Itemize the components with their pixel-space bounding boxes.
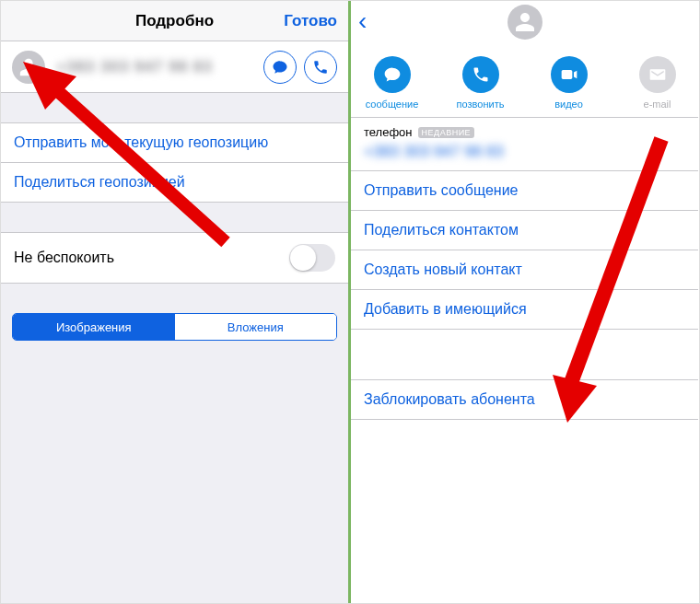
action-video-label: видео	[554, 99, 583, 110]
contact-number: +383 303 947 98 83	[56, 58, 213, 76]
action-video[interactable]: видео	[537, 56, 601, 110]
action-email-label: e-mail	[644, 99, 671, 110]
add-existing-row[interactable]: Добавить в имеющийся	[351, 290, 698, 330]
avatar-icon	[12, 51, 45, 84]
contact-avatar-icon	[508, 5, 542, 40]
call-button[interactable]	[304, 51, 337, 84]
done-button[interactable]: Готово	[284, 12, 337, 30]
action-call-label: позвонить	[457, 99, 505, 110]
action-call[interactable]: позвонить	[449, 56, 513, 110]
right-header: ‹	[351, 1, 698, 41]
action-message[interactable]: сообщение	[360, 56, 425, 110]
segment-attachments[interactable]: Вложения	[175, 314, 337, 340]
dnd-label: Не беспокоить	[14, 250, 114, 266]
details-title: Подробно	[135, 12, 214, 30]
back-button[interactable]: ‹	[358, 8, 367, 34]
contact-row[interactable]: +383 303 947 98 83	[1, 41, 348, 93]
recent-badge: НЕДАВНИЕ	[418, 127, 475, 138]
send-location-row[interactable]: Отправить мою текущую геопозицию	[1, 122, 348, 163]
new-contact-row[interactable]: Создать новый контакт	[351, 250, 698, 290]
phone-label: телефон	[364, 125, 413, 139]
action-message-label: сообщение	[366, 99, 419, 110]
block-contact-row[interactable]: Заблокировать абонента	[351, 379, 698, 420]
segment-control[interactable]: Изображения Вложения	[12, 313, 337, 341]
dnd-row: Не беспокоить	[1, 233, 348, 283]
video-icon	[551, 56, 588, 93]
share-location-row[interactable]: Поделиться геопозицией	[1, 163, 348, 203]
email-icon	[639, 56, 676, 93]
phone-number: +383 303 947 98 83	[364, 143, 685, 161]
message-icon	[374, 56, 411, 93]
action-row: сообщение позвонить видео e-mail	[351, 41, 698, 117]
left-header: Подробно Готово	[1, 1, 348, 41]
message-button[interactable]	[263, 51, 297, 84]
dnd-switch[interactable]	[289, 244, 335, 272]
send-message-row[interactable]: Отправить сообщение	[351, 171, 698, 211]
segment-images[interactable]: Изображения	[13, 314, 175, 340]
call-icon	[462, 56, 499, 93]
share-contact-row[interactable]: Поделиться контактом	[351, 211, 698, 250]
phone-section[interactable]: телефон НЕДАВНИЕ +383 303 947 98 83	[351, 117, 698, 171]
action-email: e-mail	[625, 56, 690, 110]
